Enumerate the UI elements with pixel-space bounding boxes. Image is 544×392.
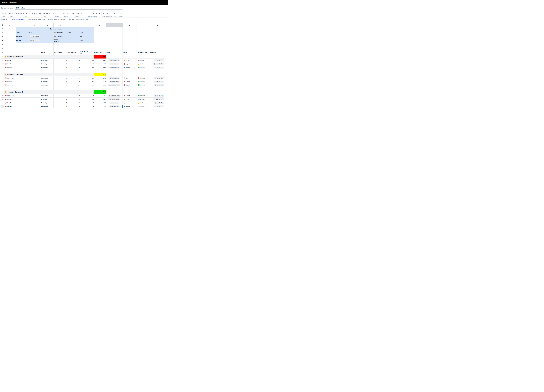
cell[interactable] [28, 50, 41, 55]
cell[interactable] [28, 43, 41, 47]
cell[interactable] [67, 38, 80, 43]
cell[interactable] [106, 34, 123, 38]
cell-target-value[interactable]: 100 [67, 62, 80, 66]
link-button[interactable] [113, 12, 117, 15]
cell-progress[interactable]: 40% [94, 62, 106, 66]
cell-target-value[interactable]: 95 [67, 80, 80, 83]
cell-progress[interactable]: 33% [94, 76, 106, 80]
redo-button[interactable] [11, 12, 14, 15]
cell[interactable] [28, 87, 41, 90]
cell[interactable] [150, 31, 164, 34]
insert-column-button[interactable] [92, 12, 95, 15]
column-header-c[interactable]: C [28, 23, 41, 27]
row-header[interactable]: 20 [1, 98, 4, 101]
row-header[interactable]: 18 [1, 90, 4, 94]
cell-key-result[interactable]: Key Result 3 [4, 101, 16, 105]
cell[interactable] [28, 59, 41, 62]
cell-confidence[interactable]: On Track [137, 94, 150, 98]
cell-current-value[interactable]: 60 [80, 66, 94, 69]
cell[interactable] [94, 43, 106, 47]
cell[interactable] [16, 101, 28, 105]
cell-priority[interactable]: Low [123, 101, 137, 105]
cell-confidence[interactable]: On Track [137, 98, 150, 101]
cell-metric[interactable]: Percentage [41, 83, 53, 87]
cell[interactable] [4, 47, 16, 50]
row-header[interactable]: 1 [1, 27, 4, 31]
cell[interactable] [16, 43, 28, 47]
cell-key-result[interactable]: Key Result 1 [4, 59, 16, 62]
cell-confidence[interactable]: Off Track [137, 105, 150, 108]
cell-target-value[interactable]: 100 [67, 83, 80, 87]
underline-button[interactable]: U [28, 12, 31, 15]
delete-column-button[interactable] [95, 12, 98, 15]
cell-current-value[interactable]: 67 [80, 80, 94, 83]
row-header[interactable]: 10 [1, 62, 4, 66]
cell[interactable] [106, 43, 123, 47]
cell-priority[interactable]: Urgent [123, 83, 137, 87]
row-header[interactable]: 16 [1, 83, 4, 87]
column-header-f[interactable]: F [67, 23, 80, 27]
cell-target-value[interactable]: 100 [67, 101, 80, 105]
borders-button[interactable] [46, 12, 48, 15]
cell[interactable] [150, 55, 164, 59]
cell[interactable] [106, 69, 123, 73]
cell[interactable] [28, 69, 41, 73]
cell[interactable] [16, 80, 28, 83]
cell[interactable] [137, 31, 150, 34]
cell-cycle-value[interactable]: Q1, Q2 [28, 31, 41, 34]
row-header[interactable]: 15 [1, 80, 4, 83]
cell-header-confidence[interactable]: Confidence Level [137, 50, 150, 55]
cell[interactable] [123, 27, 137, 31]
cell[interactable] [137, 90, 150, 94]
cell[interactable] [67, 47, 80, 50]
tab-company-objectives[interactable]: Company Objectives [11, 18, 24, 21]
cell-start-value[interactable]: 5 [53, 94, 67, 98]
cell[interactable] [123, 31, 137, 34]
row-header[interactable]: 9 [1, 59, 4, 62]
cell-days-remaining-value[interactable]: 44/180 [67, 31, 80, 34]
cell-start-date-value[interactable]: Jan 1, 2023 [28, 34, 41, 38]
cell-progress[interactable]: 32% [94, 105, 106, 108]
cell-owner[interactable]: @Julien Peyrade [106, 76, 123, 80]
cell-key-result[interactable]: Key Result 1 [4, 94, 16, 98]
cell[interactable] [150, 73, 164, 76]
cell-progress[interactable]: 20% [94, 59, 106, 62]
cell-header-metric[interactable]: Metric [41, 50, 53, 55]
export-button[interactable] [4, 12, 7, 15]
cell[interactable] [28, 47, 41, 50]
cell-deadline[interactable]: Jul 27, 2023 [150, 101, 164, 105]
cell[interactable] [4, 69, 16, 73]
cell[interactable] [16, 87, 28, 90]
horizontal-align-button[interactable] [53, 12, 56, 15]
cell[interactable] [4, 34, 16, 38]
row-header[interactable]: 11 [1, 66, 4, 69]
cell[interactable] [150, 69, 164, 73]
cell[interactable] [137, 43, 150, 47]
cell[interactable] [28, 66, 41, 69]
cell[interactable] [4, 43, 16, 47]
cell[interactable] [28, 76, 41, 80]
column-header-h[interactable]: H [94, 23, 106, 27]
cell-days-remaining-label[interactable]: Days remaining: [53, 31, 67, 34]
cell-start-value[interactable]: 0 [53, 76, 67, 80]
cell-deadline[interactable]: Jul 31, 2023 [150, 59, 164, 62]
cell[interactable] [4, 50, 16, 55]
cell-deadline[interactable]: Jul 31, 2023 [150, 94, 164, 98]
header-button[interactable] [103, 12, 106, 15]
cell[interactable] [53, 87, 67, 90]
cell[interactable] [41, 69, 53, 73]
cell-start-date-label[interactable]: Start Date: [16, 34, 28, 38]
cell-owner[interactable]: @Christophe Promé [106, 94, 123, 98]
cell-key-result[interactable]: Key Result 2 [4, 80, 16, 83]
row-header[interactable]: 2 [1, 31, 4, 34]
cell-objective-title[interactable]: Company Objective 3 [4, 90, 94, 94]
cell-objective-progress[interactable]: 40% [94, 55, 106, 59]
cell[interactable] [16, 76, 28, 80]
cell-current-value[interactable]: 78 [80, 94, 94, 98]
tab-do-not-edit-reference-data[interactable]: DO NOT EDIT - Reference data [69, 18, 89, 21]
cell-metric[interactable]: Percentage [41, 94, 53, 98]
row-header[interactable]: 5 [1, 43, 4, 47]
row-header[interactable]: 12 [1, 69, 4, 73]
cell-header-owner[interactable]: Owner [106, 50, 123, 55]
cell[interactable] [123, 90, 137, 94]
